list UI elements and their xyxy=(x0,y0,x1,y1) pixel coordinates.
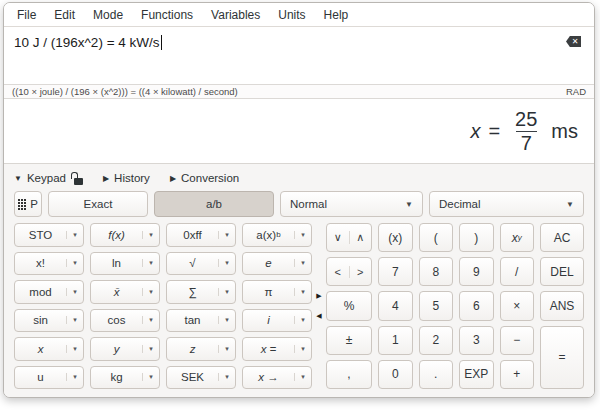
key-multiply[interactable]: × xyxy=(500,291,535,320)
key-percent[interactable]: % xyxy=(326,291,372,320)
menu-file[interactable]: File xyxy=(8,5,45,25)
dropdown-arrow-icon[interactable]: ▾ xyxy=(294,345,311,353)
key-6[interactable]: 6 xyxy=(459,291,494,320)
key-factorial[interactable]: x!▾ xyxy=(14,252,84,276)
key-x-to[interactable]: x →▾ xyxy=(242,366,312,390)
menu-units[interactable]: Units xyxy=(269,5,314,25)
key-comma[interactable]: , xyxy=(326,360,372,389)
key-7[interactable]: 7 xyxy=(378,257,413,286)
key-sqrt[interactable]: √▾ xyxy=(166,252,236,276)
dropdown-arrow-icon[interactable]: ▾ xyxy=(142,259,159,267)
chevron-down-icon[interactable]: ∨ xyxy=(327,231,349,244)
dropdown-arrow-icon[interactable]: ▾ xyxy=(294,373,311,381)
key-exp[interactable]: EXP xyxy=(459,360,494,389)
lock-icon[interactable] xyxy=(74,178,83,185)
dropdown-arrow-icon[interactable]: ▾ xyxy=(66,316,83,324)
dropdown-arrow-icon[interactable]: ▾ xyxy=(142,288,159,296)
dropdown-arrow-icon[interactable]: ▾ xyxy=(294,259,311,267)
toggle-history[interactable]: ▶ History xyxy=(103,172,150,184)
dropdown-arrow-icon[interactable]: ▾ xyxy=(218,373,235,381)
key-sin[interactable]: sin▾ xyxy=(14,309,84,333)
key-fx[interactable]: f(x)▾ xyxy=(90,223,160,247)
dropdown-arrow-icon[interactable]: ▾ xyxy=(142,373,159,381)
dropdown-arrow-icon[interactable]: ▾ xyxy=(66,231,83,239)
key-mod[interactable]: mod▾ xyxy=(14,280,84,304)
key-close-paren[interactable]: ) xyxy=(459,223,494,252)
expression-text[interactable]: 10 J / (196x^2) = 4 kW/s xyxy=(14,35,162,50)
dropdown-arrow-icon[interactable]: ▾ xyxy=(294,288,311,296)
dropdown-arrow-icon[interactable]: ▾ xyxy=(218,288,235,296)
menu-variables[interactable]: Variables xyxy=(202,5,269,25)
key-e[interactable]: e▾ xyxy=(242,252,312,276)
key-pi[interactable]: π▾ xyxy=(242,280,312,304)
key-axb[interactable]: a(x)b▾ xyxy=(242,223,312,247)
programming-keypad-button[interactable]: P xyxy=(14,191,42,217)
fraction-toggle-button[interactable]: a/b xyxy=(154,191,274,217)
dropdown-arrow-icon[interactable]: ▾ xyxy=(142,345,159,353)
key-kg[interactable]: kg▾ xyxy=(90,366,160,390)
dropdown-arrow-icon[interactable]: ▾ xyxy=(294,316,311,324)
dropdown-arrow-icon[interactable]: ▾ xyxy=(66,259,83,267)
menu-mode[interactable]: Mode xyxy=(84,5,132,25)
chevron-right-icon[interactable]: > xyxy=(349,266,372,278)
dropdown-arrow-icon[interactable]: ▾ xyxy=(218,231,235,239)
key-0xff[interactable]: 0xff▾ xyxy=(166,223,236,247)
toggle-keypad[interactable]: ▼ Keypad xyxy=(14,172,83,184)
dropdown-arrow-icon[interactable]: ▾ xyxy=(294,231,311,239)
key-mean[interactable]: x̄▾ xyxy=(90,280,160,304)
key-0[interactable]: 0 xyxy=(378,360,413,389)
key-ans[interactable]: ANS xyxy=(540,291,584,320)
key-2[interactable]: 2 xyxy=(419,326,454,355)
divider-left-arrow-icon[interactable]: ◀ xyxy=(316,312,321,320)
key-sum[interactable]: ∑▾ xyxy=(166,280,236,304)
key-ac[interactable]: AC xyxy=(540,223,584,252)
key-del[interactable]: DEL xyxy=(540,257,584,286)
key-8[interactable]: 8 xyxy=(419,257,454,286)
angle-mode-badge[interactable]: RAD xyxy=(566,86,586,97)
dropdown-arrow-icon[interactable]: ▾ xyxy=(66,373,83,381)
key-nav-left-right[interactable]: < > xyxy=(326,257,372,286)
key-5[interactable]: 5 xyxy=(419,291,454,320)
key-tan[interactable]: tan▾ xyxy=(166,309,236,333)
key-x[interactable]: x▾ xyxy=(14,337,84,361)
key-open-paren[interactable]: ( xyxy=(419,223,454,252)
dropdown-arrow-icon[interactable]: ▾ xyxy=(66,288,83,296)
key-parens-x[interactable]: (x) xyxy=(378,223,413,252)
key-minus[interactable]: − xyxy=(500,326,535,355)
key-y[interactable]: y▾ xyxy=(90,337,160,361)
key-cos[interactable]: cos▾ xyxy=(90,309,160,333)
menu-help[interactable]: Help xyxy=(315,5,358,25)
number-base-select[interactable]: Decimal ▼ xyxy=(429,191,584,217)
divider-right-arrow-icon[interactable]: ▶ xyxy=(316,292,321,300)
dropdown-arrow-icon[interactable]: ▾ xyxy=(218,316,235,324)
key-z[interactable]: z▾ xyxy=(166,337,236,361)
key-nav-up-down[interactable]: ∨ ∧ xyxy=(326,223,372,252)
menu-functions[interactable]: Functions xyxy=(132,5,202,25)
expression-input[interactable]: 10 J / (196x^2) = 4 kW/s ✕ xyxy=(4,27,594,84)
key-3[interactable]: 3 xyxy=(459,326,494,355)
dropdown-arrow-icon[interactable]: ▾ xyxy=(218,345,235,353)
key-sto[interactable]: STO▾ xyxy=(14,223,84,247)
dropdown-arrow-icon[interactable]: ▾ xyxy=(66,345,83,353)
key-sek[interactable]: SEK▾ xyxy=(166,366,236,390)
chevron-left-icon[interactable]: < xyxy=(327,266,349,278)
clear-input-icon[interactable]: ✕ xyxy=(566,36,581,47)
exact-toggle-button[interactable]: Exact xyxy=(48,191,148,217)
key-9[interactable]: 9 xyxy=(459,257,494,286)
key-power[interactable]: xy xyxy=(500,223,535,252)
key-dot[interactable]: . xyxy=(419,360,454,389)
key-plus[interactable]: + xyxy=(500,360,535,389)
key-1[interactable]: 1 xyxy=(378,326,413,355)
menu-edit[interactable]: Edit xyxy=(45,5,84,25)
key-u[interactable]: u▾ xyxy=(14,366,84,390)
dropdown-arrow-icon[interactable]: ▾ xyxy=(142,316,159,324)
key-ln[interactable]: ln▾ xyxy=(90,252,160,276)
key-divide[interactable]: / xyxy=(500,257,535,286)
key-equals[interactable]: = xyxy=(540,326,584,389)
dropdown-arrow-icon[interactable]: ▾ xyxy=(142,231,159,239)
key-x-equals[interactable]: x =▾ xyxy=(242,337,312,361)
key-i[interactable]: i▾ xyxy=(242,309,312,333)
toggle-conversion[interactable]: ▶ Conversion xyxy=(170,172,239,184)
key-4[interactable]: 4 xyxy=(378,291,413,320)
chevron-up-icon[interactable]: ∧ xyxy=(349,231,372,244)
